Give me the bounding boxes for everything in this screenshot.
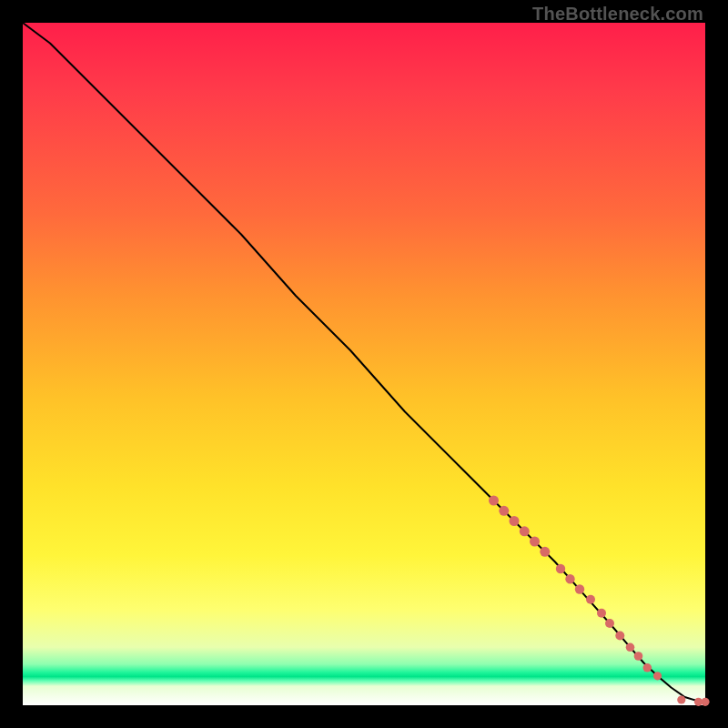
curve-marker xyxy=(626,643,635,652)
curve-marker xyxy=(540,547,550,557)
chart-frame: TheBottleneck.com xyxy=(0,0,728,728)
curve-marker xyxy=(634,652,643,661)
curve-marker xyxy=(530,537,540,547)
curve-marker xyxy=(643,663,652,672)
curve-marker xyxy=(597,609,606,618)
curve-marker xyxy=(701,698,709,706)
curve-marker xyxy=(575,584,584,593)
curve-marker xyxy=(510,516,520,526)
curve-marker xyxy=(499,506,509,516)
curve-marker xyxy=(489,496,499,506)
watermark-text: TheBottleneck.com xyxy=(532,4,703,25)
curve-marker xyxy=(586,595,595,604)
curve-svg xyxy=(23,23,705,705)
curve-marker xyxy=(605,619,614,628)
plot-area xyxy=(23,23,705,705)
curve-marker xyxy=(520,526,530,536)
curve-marker xyxy=(677,695,685,703)
curve-marker xyxy=(653,672,662,680)
curve-marker xyxy=(565,574,574,583)
bottleneck-curve xyxy=(23,23,705,702)
curve-marker xyxy=(556,564,565,573)
curve-markers xyxy=(489,496,710,706)
curve-marker xyxy=(615,632,624,641)
